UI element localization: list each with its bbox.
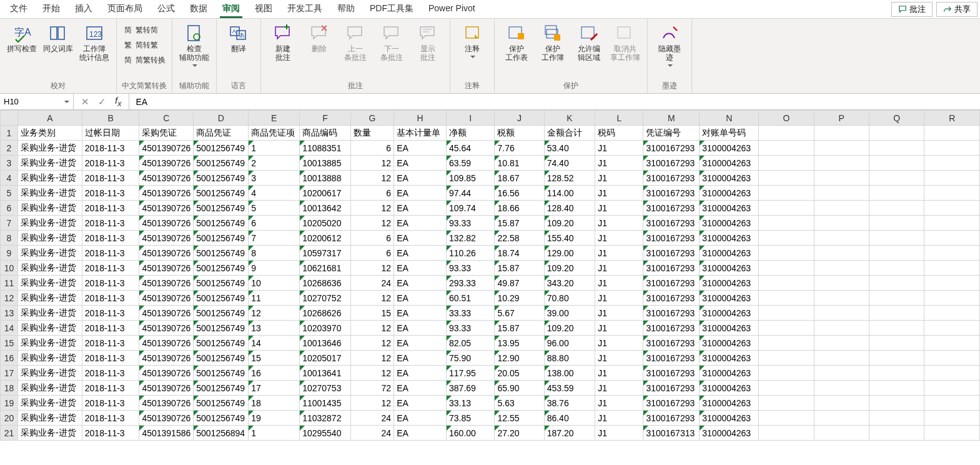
cell-B14[interactable]: 2018-11-3	[82, 321, 139, 336]
cell-E21[interactable]: 1	[249, 426, 300, 441]
cell-K12[interactable]: 70.80	[544, 291, 595, 306]
col-header-F[interactable]: F	[300, 111, 351, 126]
menu-tab-6[interactable]: 审阅	[215, 1, 247, 18]
cell-L10[interactable]: J1	[595, 261, 643, 276]
cell-O4[interactable]	[759, 171, 814, 186]
cell-M8[interactable]: 3100167293	[643, 231, 700, 246]
cell-G21[interactable]: 24	[350, 426, 393, 441]
cell-D19[interactable]: 5001256749	[194, 396, 249, 411]
cell-A1[interactable]: 业务类别	[17, 126, 82, 141]
cell-H1[interactable]: 基本计量单	[394, 126, 447, 141]
col-header-H[interactable]: H	[394, 111, 447, 126]
hide-ink-button[interactable]: 隐藏墨 迹	[651, 21, 688, 70]
cell-N16[interactable]: 3100004263	[700, 351, 759, 366]
cell-L6[interactable]: J1	[595, 201, 643, 216]
cell-L18[interactable]: J1	[595, 381, 643, 396]
cell-G8[interactable]: 6	[350, 231, 393, 246]
cell-J5[interactable]: 16.56	[495, 186, 544, 201]
col-header-I[interactable]: I	[447, 111, 495, 126]
cell-P9[interactable]	[814, 246, 869, 261]
cell-F21[interactable]: 10295540	[300, 426, 351, 441]
cell-K3[interactable]: 74.40	[544, 156, 595, 171]
cell-O5[interactable]	[759, 186, 814, 201]
cell-A9[interactable]: 采购业务-进货	[17, 246, 82, 261]
cell-K13[interactable]: 39.00	[544, 306, 595, 321]
cell-L1[interactable]: 税码	[595, 126, 643, 141]
menu-tab-7[interactable]: 视图	[247, 1, 280, 18]
row-header-9[interactable]: 9	[1, 246, 18, 261]
cell-Q10[interactable]	[869, 261, 924, 276]
cell-M21[interactable]: 3100167313	[643, 426, 700, 441]
cell-J11[interactable]: 49.87	[495, 276, 544, 291]
row-header-18[interactable]: 18	[1, 381, 18, 396]
cell-D2[interactable]: 5001256749	[194, 141, 249, 156]
cell-M17[interactable]: 3100167293	[643, 366, 700, 381]
cell-L13[interactable]: J1	[595, 306, 643, 321]
cell-Q4[interactable]	[869, 171, 924, 186]
notes-button[interactable]: 注释	[454, 21, 490, 61]
cell-R20[interactable]	[924, 411, 980, 426]
row-header-20[interactable]: 20	[1, 411, 18, 426]
cell-B17[interactable]: 2018-11-3	[82, 366, 139, 381]
cell-G16[interactable]: 12	[350, 351, 393, 366]
cell-I14[interactable]: 93.33	[447, 321, 495, 336]
cell-A5[interactable]: 采购业务-进货	[17, 186, 82, 201]
cell-O8[interactable]	[759, 231, 814, 246]
cell-F20[interactable]: 11032872	[300, 411, 351, 426]
cell-P19[interactable]	[814, 396, 869, 411]
cell-Q13[interactable]	[869, 306, 924, 321]
cell-A11[interactable]: 采购业务-进货	[17, 276, 82, 291]
cell-G2[interactable]: 6	[350, 141, 393, 156]
cell-O11[interactable]	[759, 276, 814, 291]
cell-G12[interactable]: 12	[350, 291, 393, 306]
cell-N3[interactable]: 3100004263	[700, 156, 759, 171]
cell-H11[interactable]: EA	[394, 276, 447, 291]
cell-P17[interactable]	[814, 366, 869, 381]
cell-F5[interactable]: 10200617	[300, 186, 351, 201]
cell-J2[interactable]: 7.76	[495, 141, 544, 156]
cell-N15[interactable]: 3100004263	[700, 336, 759, 351]
row-header-11[interactable]: 11	[1, 276, 18, 291]
col-header-R[interactable]: R	[924, 111, 980, 126]
cell-E7[interactable]: 6	[249, 216, 300, 231]
cell-G6[interactable]: 12	[350, 201, 393, 216]
col-header-G[interactable]: G	[350, 111, 393, 126]
cell-L20[interactable]: J1	[595, 411, 643, 426]
col-header-P[interactable]: P	[814, 111, 869, 126]
cell-G1[interactable]: 数量	[350, 126, 393, 141]
row-header-4[interactable]: 4	[1, 171, 18, 186]
col-header-K[interactable]: K	[544, 111, 595, 126]
cell-P10[interactable]	[814, 261, 869, 276]
cell-C18[interactable]: 4501390726	[139, 381, 194, 396]
cell-A3[interactable]: 采购业务-进货	[17, 156, 82, 171]
cell-M3[interactable]: 3100167293	[643, 156, 700, 171]
cell-E9[interactable]: 8	[249, 246, 300, 261]
cell-B21[interactable]: 2018-11-3	[82, 426, 139, 441]
cell-C21[interactable]: 4501391586	[139, 426, 194, 441]
cell-C12[interactable]: 4501390726	[139, 291, 194, 306]
cell-N1[interactable]: 对账单号码	[700, 126, 759, 141]
cell-E1[interactable]: 商品凭证项	[249, 126, 300, 141]
cell-C4[interactable]: 4501390726	[139, 171, 194, 186]
cell-I8[interactable]: 132.82	[447, 231, 495, 246]
cell-K5[interactable]: 114.00	[544, 186, 595, 201]
cell-C1[interactable]: 采购凭证	[139, 126, 194, 141]
cell-E12[interactable]: 11	[249, 291, 300, 306]
cell-O20[interactable]	[759, 411, 814, 426]
cell-N2[interactable]: 3100004263	[700, 141, 759, 156]
cell-P16[interactable]	[814, 351, 869, 366]
cell-E20[interactable]: 19	[249, 411, 300, 426]
cell-N13[interactable]: 3100004263	[700, 306, 759, 321]
cell-R16[interactable]	[924, 351, 980, 366]
cell-G15[interactable]: 12	[350, 336, 393, 351]
cell-G17[interactable]: 12	[350, 366, 393, 381]
cell-O6[interactable]	[759, 201, 814, 216]
cell-F16[interactable]: 10205017	[300, 351, 351, 366]
cell-D5[interactable]: 5001256749	[194, 186, 249, 201]
cell-R13[interactable]	[924, 306, 980, 321]
cell-N8[interactable]: 3100004263	[700, 231, 759, 246]
col-header-O[interactable]: O	[759, 111, 814, 126]
cell-M9[interactable]: 3100167293	[643, 246, 700, 261]
cell-N9[interactable]: 3100004263	[700, 246, 759, 261]
cell-D16[interactable]: 5001256749	[194, 351, 249, 366]
